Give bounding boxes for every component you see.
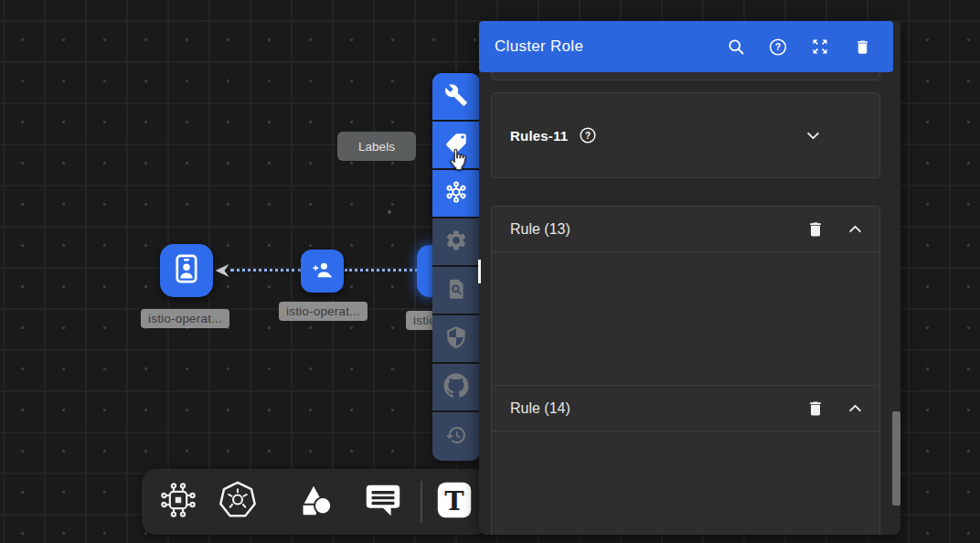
help-circle-icon[interactable]: ? [579,126,597,144]
user-add-icon [310,257,336,286]
rule-trash-icon[interactable] [806,399,825,418]
rule-14-title: Rule (14) [510,400,570,417]
svg-text:T: T [444,485,464,516]
text-button[interactable]: T [433,479,475,525]
trash-icon[interactable] [853,37,871,56]
node-label[interactable]: istio-operat... [141,309,229,328]
comment-button[interactable] [362,479,404,525]
rule-trash-icon[interactable] [806,220,825,239]
panel-title: Cluster Role [495,37,583,56]
expand-icon[interactable] [811,37,829,56]
canvas-dot [388,210,391,214]
comment-icon [362,479,404,525]
text-icon: T [433,479,475,525]
rules-11-card: Rules-11 ? [491,92,880,178]
edge-node2-to-node1 [230,269,302,272]
panel-header: Cluster Role ? [479,21,893,72]
rule-13-title: Rule (13) [510,221,570,238]
help-icon[interactable]: ? [769,37,787,56]
kubernetes-icon [217,479,259,525]
shapes-icon [293,479,336,525]
github-button[interactable] [432,364,480,412]
rule-14-card: Rule (14) Rules-13 ? [491,385,880,535]
chevron-up-icon[interactable] [847,221,863,237]
dock-divider [421,481,422,523]
cluster-role-panel: Cluster Role ? Rules-11 [479,21,900,535]
svg-text:?: ? [775,42,781,52]
github-icon [443,373,469,402]
shapes-button[interactable] [293,479,336,525]
circuit-icon [158,480,198,524]
gear-icon [444,229,468,256]
tools-button[interactable] [432,73,480,122]
rules-11-label: Rules-11 [510,128,568,144]
doc-search-icon [444,277,468,304]
svg-text:?: ? [585,131,591,141]
history-button[interactable] [432,412,480,461]
side-toolbar [432,73,480,461]
validate-button[interactable] [432,267,480,315]
panel-resize-handle[interactable] [478,260,481,283]
hub-button[interactable] [432,170,480,218]
hub-icon [443,179,469,208]
chevron-up-icon[interactable] [847,400,863,416]
bottom-toolbar: T [142,469,489,535]
search-icon[interactable] [727,37,745,56]
settings-button[interactable] [432,218,480,267]
node-istio-operator-2[interactable] [301,250,344,293]
designs-button[interactable] [158,480,198,524]
hand-cursor-icon [446,147,472,176]
security-button[interactable] [432,315,480,364]
kubernetes-button[interactable] [217,479,259,525]
labels-tooltip-text: Labels [358,140,395,154]
wrench-icon [444,83,468,111]
id-badge-icon [170,252,203,289]
shield-icon [444,325,468,353]
panel-scrollbar[interactable] [892,411,900,506]
chevron-down-icon[interactable] [805,128,821,144]
labels-tooltip: Labels [337,132,416,161]
edge-arrowhead-icon [214,263,230,282]
edge-node3-to-node2 [345,269,418,272]
node-label[interactable]: istio-operat... [279,302,368,321]
node-istio-operator-1[interactable] [160,244,213,297]
history-icon [445,424,467,450]
